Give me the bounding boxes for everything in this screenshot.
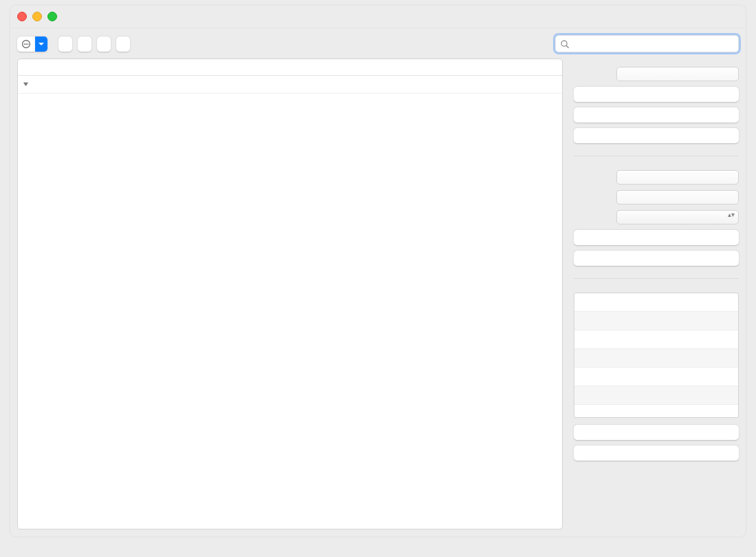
window-title [10,6,746,28]
chevron-down-icon [38,41,45,48]
assign-list[interactable] [574,293,739,418]
close-window-button[interactable] [17,12,27,21]
svg-point-3 [27,43,28,45]
delete-touchbar-button[interactable] [574,251,739,266]
side-panel: ▴▾ [574,59,739,529]
search-icon [560,39,570,49]
side-tb-button-input[interactable] [616,170,739,185]
search-input[interactable] [572,38,735,50]
ellipsis-circle-icon [21,39,31,49]
svg-point-2 [25,43,27,45]
commands-table [17,59,563,529]
delete-key-button[interactable] [574,128,739,143]
pressed-button[interactable] [116,36,130,52]
side-tb-color-select[interactable]: ▴▾ [616,210,739,224]
new-assign-button[interactable] [574,425,739,440]
view-options-button[interactable] [17,36,35,52]
table-header [18,59,562,76]
register-by-label-button[interactable] [574,87,739,102]
view-options-menu-button[interactable] [35,36,47,52]
disclosure-triangle-icon[interactable] [22,81,29,88]
minimize-window-button[interactable] [32,12,42,21]
chevron-updown-icon: ▴▾ [728,212,735,217]
side-key-input[interactable] [616,67,739,81]
group-row-global[interactable] [18,76,562,94]
register-touchbar-button[interactable] [574,230,739,245]
svg-point-1 [24,43,25,45]
delete-assign-button[interactable] [574,445,739,461]
side-touchbar-section: ▴▾ [574,162,739,279]
side-tb-label-input[interactable] [616,190,739,204]
multi-use-button[interactable] [78,36,91,52]
svg-line-5 [566,45,568,48]
search-field-wrap [555,35,739,52]
zoom-window-button[interactable] [47,12,57,21]
table-body [18,76,562,529]
side-assign-section [574,284,739,473]
side-keyboard-section [574,59,739,156]
titlebar [10,6,746,28]
customized-button[interactable] [58,36,72,52]
conflicts-button[interactable] [97,36,111,52]
toolbar [10,28,746,63]
register-by-position-button[interactable] [574,107,739,123]
